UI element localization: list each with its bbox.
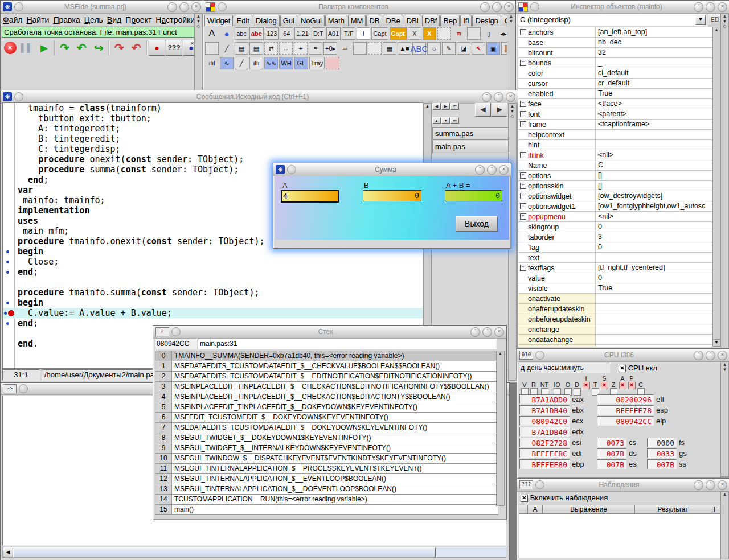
stringgrid-widget-icon[interactable]: ▦	[383, 42, 396, 55]
minimize-icon[interactable]: ˇ	[694, 351, 703, 360]
property-row[interactable]: +face<tface>	[518, 99, 720, 109]
run-to-cursor-button[interactable]: ↷	[111, 40, 128, 56]
expand-icon[interactable]: +	[520, 183, 526, 189]
run-button[interactable]: ▶	[36, 40, 52, 56]
spacer-h-widget-icon[interactable]: ⇄	[264, 42, 278, 55]
datetimeedit-widget-icon[interactable]: D:T	[312, 27, 325, 40]
groupbox-widget-icon[interactable]	[353, 42, 367, 55]
field-a-input[interactable]: 4	[281, 190, 339, 203]
histogram-widget-icon[interactable]: ıllı	[249, 57, 263, 69]
ellipse-widget-icon[interactable]: ●	[220, 27, 234, 40]
window-menu-button[interactable]	[19, 384, 28, 393]
palette-tab-widget[interactable]: Widget	[204, 15, 233, 26]
frame-widget-icon[interactable]	[437, 27, 451, 40]
expand-icon[interactable]: +	[520, 152, 526, 158]
property-value[interactable]: [an_left,an_top]	[596, 27, 720, 37]
property-value[interactable]: cl_default	[596, 68, 720, 78]
step-into-button[interactable]: ↷	[56, 40, 73, 56]
property-value[interactable]	[596, 314, 720, 324]
menu-item-цель[interactable]: Цель	[84, 15, 107, 25]
code-line[interactable]: begin	[3, 298, 423, 308]
property-value[interactable]: <nil>	[596, 212, 720, 221]
drawgrid-widget-icon[interactable]: ▲■	[398, 42, 411, 55]
cpu-flag-checkbox[interactable]: ✕	[619, 382, 626, 389]
tab-first-icon[interactable]: ⏮	[450, 103, 459, 110]
code-line[interactable]: procedure tmainfo.summa(const sender: TO…	[3, 287, 423, 298]
close-icon[interactable]: ×	[718, 2, 727, 12]
dashedgroup-widget-icon[interactable]	[368, 42, 382, 55]
minimize-icon[interactable]: ˇ	[694, 2, 703, 12]
waves-widget-icon[interactable]: ∿∿	[264, 57, 278, 69]
summa-titlebar[interactable]: ❋ Сумма ˇ ˆ ×	[273, 163, 511, 176]
watches-enable-checkbox[interactable]: ✕	[521, 495, 528, 502]
property-value[interactable]: 0	[596, 273, 720, 283]
label-widget-icon[interactable]: A	[205, 27, 219, 40]
property-row[interactable]: onbeforeupdateskin	[518, 314, 720, 324]
property-row[interactable]: +textflags[tf_right,tf_ycentered]	[518, 263, 720, 273]
editor-titlebar[interactable]: ❋ Сообщения.Исходный код (Ctrl+F1) ˇ ˆ ×	[1, 90, 518, 104]
property-value[interactable]: C	[596, 160, 720, 170]
stack-frame-row[interactable]: 8MSEGUI_TWIDGET_$__DOKEYDOWN1$KEYEVENTIN…	[155, 433, 498, 443]
window-menu-button[interactable]	[287, 165, 296, 174]
property-value[interactable]	[596, 324, 720, 334]
property-row[interactable]: enabledTrue	[518, 89, 720, 99]
main-window-scroll-strip[interactable]: ▲▼◇	[194, 13, 203, 90]
step-out-button[interactable]: ↪	[91, 40, 107, 56]
mseide-titlebar[interactable]: ❋ MSEide (summa.prj) ˇ ˆ ×	[1, 1, 203, 14]
window-menu-button[interactable]	[171, 327, 181, 336]
property-value[interactable]: []	[596, 171, 720, 180]
inspector-titlebar[interactable]: Инспектор объектов (mainfo) ˇ ˆ ×	[516, 1, 729, 14]
palette-tab-design[interactable]: Design	[472, 15, 501, 26]
cpu-flag-checkbox[interactable]: ✕	[583, 382, 590, 389]
window-menu-button[interactable]	[535, 351, 544, 360]
form-widget-icon[interactable]	[326, 57, 339, 69]
code-line[interactable]: A: tintegeredit;	[3, 123, 423, 134]
stringedit-widget-icon[interactable]: A01	[326, 27, 341, 40]
property-value[interactable]: nb_dec	[596, 38, 720, 47]
stack-frame-row[interactable]: 14TCUSTOMAPPLICATION__RUN(this=<error re…	[155, 495, 498, 505]
stack-frame-row[interactable]: 10MSEGUI_TWINDOW_$__DISPATCHKEYEVENT$EVE…	[155, 454, 498, 464]
paintbox-widget-icon[interactable]: ✎	[442, 42, 456, 55]
palette-titlebar[interactable]: Палитра компонентов ˇ ˆ ×	[203, 1, 516, 14]
property-value[interactable]	[596, 130, 720, 139]
close-icon[interactable]: ×	[718, 351, 727, 360]
panel-widget-icon[interactable]	[467, 27, 481, 40]
linechart-widget-icon[interactable]: ╱	[235, 57, 248, 69]
property-value[interactable]: True	[596, 89, 720, 98]
code-line[interactable]: C: tintegerdisp;	[3, 144, 423, 154]
window-menu-button[interactable]	[530, 2, 539, 11]
dock-buttons[interactable]: ✕□	[190, 42, 194, 51]
close-icon[interactable]: ×	[191, 2, 201, 12]
close-icon[interactable]: ×	[504, 2, 514, 12]
stack-frame-row[interactable]: 15main()	[155, 505, 498, 515]
code-line[interactable]: tmainfo = class(tmainform)	[3, 103, 423, 113]
edit-widget-icon[interactable]: I	[357, 27, 370, 40]
textedit-widget-icon[interactable]: abc	[235, 27, 248, 40]
panel2-widget-icon[interactable]	[205, 42, 219, 55]
property-row[interactable]: +anchors[an_left,an_top]	[518, 27, 720, 38]
code-line[interactable]: C.value:= A.value + B.value;	[3, 308, 423, 318]
property-row[interactable]: onafterupdateskin	[518, 304, 720, 314]
tabpage-widget-icon[interactable]: ▤	[235, 42, 248, 55]
smallbox-widget-icon[interactable]: ▫▫	[338, 42, 352, 55]
minimize-icon[interactable]: ˇ	[482, 92, 492, 102]
property-value[interactable]: 0	[596, 242, 720, 252]
framepaint-widget-icon[interactable]: ◪	[457, 42, 470, 55]
textgrid-widget-icon[interactable]: ABC	[412, 42, 426, 55]
palette-tab-dialog[interactable]: Dialog	[253, 15, 280, 26]
maximize-icon[interactable]: ˆ	[179, 2, 189, 12]
filelist-widget-icon[interactable]: ≡	[309, 42, 322, 55]
reverse-run-button[interactable]: ↶	[128, 40, 145, 56]
property-value[interactable]	[596, 345, 720, 347]
stack-frame-row[interactable]: 5MSEINPLACEEDIT_TINPLACEEDIT_$__DOKEYDOW…	[155, 402, 498, 413]
stack-frame-row[interactable]: 3MSEINPLACEEDIT_TINPLACEEDIT_$__CHECKACT…	[155, 382, 498, 392]
closebutton-widget-icon[interactable]: X	[408, 27, 421, 40]
property-row[interactable]: +optionsskin[]	[518, 181, 720, 191]
property-value[interactable]: <parent>	[596, 109, 720, 119]
palette-scroll-strip[interactable]: ▲▼	[507, 13, 515, 90]
tab-prev-icon[interactable]: ◀	[432, 103, 441, 110]
property-value[interactable]	[596, 140, 720, 150]
breakpoint-icon[interactable]	[8, 310, 14, 316]
image-widget-icon[interactable]: ▣	[486, 42, 500, 55]
combo-dropdown-icon[interactable]: ▼	[695, 15, 706, 25]
